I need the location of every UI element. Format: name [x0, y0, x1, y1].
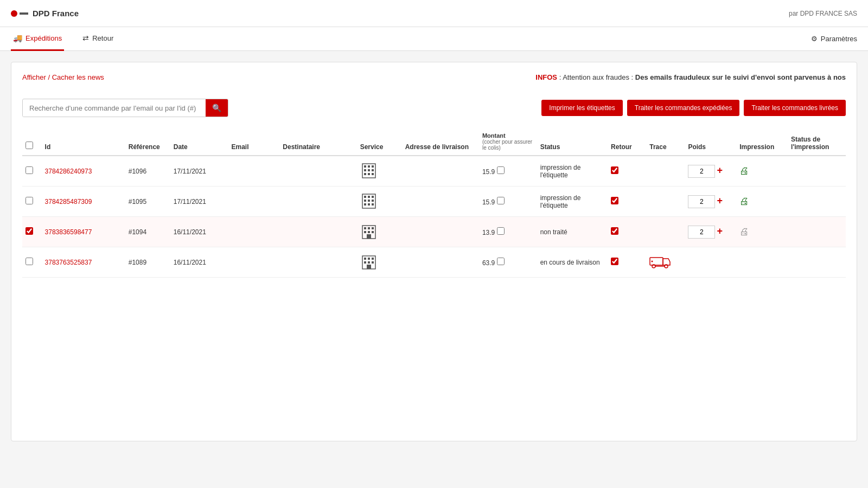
row-checkbox[interactable] [25, 197, 33, 204]
svg-rect-29 [364, 258, 366, 260]
col-header-destinataire: Destinataire [279, 128, 356, 156]
logo-dash [20, 12, 28, 15]
poids-input[interactable] [688, 195, 715, 208]
svg-rect-13 [372, 196, 374, 198]
col-header-id: Id [42, 128, 125, 156]
poids-input[interactable] [688, 165, 715, 178]
svg-rect-18 [368, 203, 370, 206]
svg-rect-12 [368, 196, 370, 198]
montant-value: 13.9 [482, 229, 495, 236]
retour-checkbox[interactable] [611, 227, 618, 235]
order-id-link[interactable]: 3783763525837 [45, 259, 92, 266]
table-row: 3783836598477#109416/11/2021 13.9 non tr… [22, 217, 846, 247]
poids-plus-button[interactable]: + [715, 195, 724, 207]
logo-area: DPD France [11, 9, 79, 18]
order-poids: + [685, 187, 736, 217]
imprimer-etiquettes-button[interactable]: Imprimer les étiquettes [541, 100, 622, 116]
order-status: non traité [540, 228, 567, 236]
row-checkbox[interactable] [25, 227, 33, 235]
select-all-checkbox[interactable] [25, 142, 33, 149]
col-header-montant: Montant (cocher pour assurer le colis) [479, 128, 537, 156]
poids-plus-button[interactable]: + [715, 165, 724, 176]
traiter-expediees-button[interactable]: Traiter les commandes expédiées [627, 100, 740, 116]
order-email [228, 187, 279, 217]
order-date: 16/11/2021 [170, 217, 228, 247]
order-adresse [402, 156, 479, 187]
search-icon: 🔍 [212, 104, 221, 112]
nav-retour-label: Retour [92, 34, 113, 42]
svg-rect-27 [367, 234, 371, 239]
montant-value: 15.9 [482, 168, 495, 176]
svg-rect-11 [364, 196, 366, 198]
montant-checkbox[interactable] [497, 166, 505, 174]
nav-parametres[interactable]: ⚙ Paramètres [811, 35, 857, 43]
order-impression [736, 247, 788, 278]
order-adresse [402, 187, 479, 217]
order-montant: 13.9 [479, 217, 537, 247]
order-retour [608, 187, 646, 217]
svg-rect-17 [364, 203, 366, 206]
order-email [228, 247, 279, 278]
order-destinataire [279, 247, 356, 278]
order-trace [646, 187, 685, 217]
row-checkbox[interactable] [25, 258, 33, 265]
retour-checkbox[interactable] [611, 166, 618, 174]
order-status: en cours de livraison [540, 259, 600, 266]
poids-plus-button[interactable]: + [715, 226, 724, 237]
montant-value: 63.9 [482, 259, 495, 267]
svg-rect-34 [372, 261, 374, 264]
order-trace [646, 247, 685, 278]
print-icon[interactable]: 🖨 [739, 165, 749, 176]
svg-rect-9 [372, 173, 374, 175]
col-header-poids: Poids [685, 128, 736, 156]
montant-checkbox[interactable] [497, 258, 505, 265]
order-reference: #1094 [125, 217, 170, 247]
col-header-status-impression: Status de l'impression [788, 128, 846, 156]
nav-retour[interactable]: ⇄ Retour [80, 27, 116, 51]
table-row: 3783763525837#108916/11/2021 63.9 en cou… [22, 247, 846, 278]
order-id-link[interactable]: 3784286240973 [45, 168, 92, 175]
montant-checkbox[interactable] [497, 227, 505, 235]
order-id-link[interactable]: 3783836598477 [45, 228, 92, 236]
retour-checkbox[interactable] [611, 197, 618, 204]
search-input[interactable] [23, 100, 206, 117]
svg-rect-23 [372, 227, 374, 229]
svg-rect-16 [372, 200, 374, 202]
nav-expeditions[interactable]: 🚚 Expéditions [11, 27, 64, 51]
retour-icon: ⇄ [82, 34, 89, 42]
order-id-link[interactable]: 3784285487309 [45, 198, 92, 206]
traiter-livrees-button[interactable]: Traiter les commandes livrées [744, 100, 846, 116]
delivery-truck-icon [649, 254, 671, 268]
order-montant: 15.9 [479, 156, 537, 187]
order-status-impression [788, 247, 846, 278]
info-banner: INFOS : Attention aux fraudes : Des emai… [535, 73, 846, 81]
montant-checkbox[interactable] [497, 197, 505, 204]
svg-rect-3 [372, 165, 374, 168]
order-status-impression [788, 156, 846, 187]
order-adresse [402, 217, 479, 247]
print-icon[interactable]: 🖨 [739, 226, 749, 237]
order-montant: 15.9 [479, 187, 537, 217]
order-destinataire [279, 217, 356, 247]
order-reference: #1096 [125, 156, 170, 187]
order-trace [646, 156, 685, 187]
print-icon[interactable]: 🖨 [739, 196, 749, 207]
search-button[interactable]: 🔍 [206, 99, 228, 117]
table-row: 3784285487309#109517/11/2021 15.9 impres… [22, 187, 846, 217]
retour-checkbox[interactable] [611, 258, 618, 265]
order-email [228, 217, 279, 247]
row-checkbox[interactable] [25, 166, 33, 174]
poids-input[interactable] [688, 226, 715, 239]
order-impression: 🖨 [736, 187, 788, 217]
svg-marker-37 [663, 259, 670, 265]
col-header-service: Service [357, 128, 402, 156]
top-header: DPD France par DPD FRANCE SAS [0, 0, 868, 27]
svg-rect-2 [368, 165, 370, 168]
order-trace [646, 217, 685, 247]
order-poids: + [685, 217, 736, 247]
orders-table: Id Référence Date Email Destinataire Ser… [22, 128, 846, 278]
order-email [228, 156, 279, 187]
toggle-news-link[interactable]: Afficher / Cacher les news [22, 73, 104, 81]
svg-rect-22 [368, 227, 370, 229]
gear-icon: ⚙ [811, 35, 818, 43]
